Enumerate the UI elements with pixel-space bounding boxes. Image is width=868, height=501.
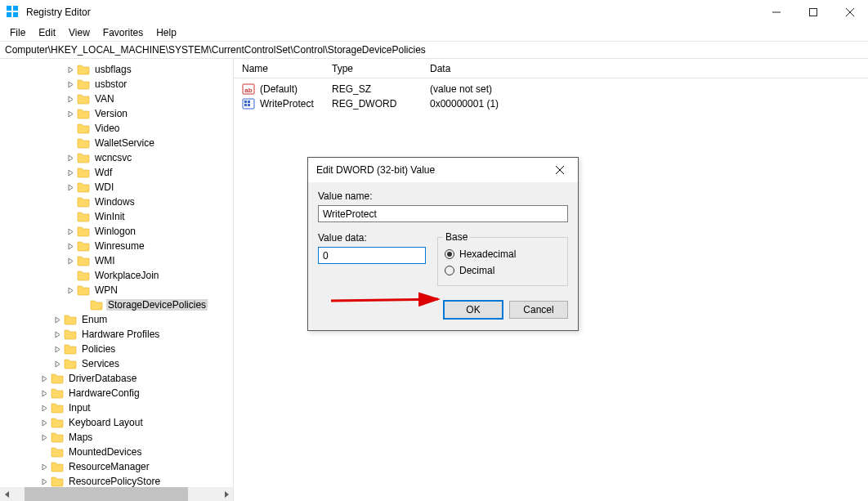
row-data: 0x00000001 (1) bbox=[430, 98, 868, 110]
tree-item[interactable]: ResourceManager bbox=[0, 459, 233, 474]
tree-item-label: ResourceManager bbox=[67, 461, 151, 472]
tree-item[interactable]: WDI bbox=[0, 180, 233, 195]
tree-item[interactable]: Windows bbox=[0, 195, 233, 209]
tree-item[interactable]: Enum bbox=[0, 312, 233, 327]
svg-rect-38 bbox=[248, 104, 250, 106]
scroll-right-icon[interactable] bbox=[219, 487, 233, 501]
tree-view[interactable]: usbflagsusbstorVANVersionVideoWalletServ… bbox=[0, 59, 233, 487]
tree-item[interactable]: Input bbox=[0, 400, 233, 415]
svg-marker-17 bbox=[69, 258, 73, 264]
folder-icon bbox=[51, 446, 64, 458]
tree-item[interactable]: wcncsvc bbox=[0, 150, 233, 165]
menu-view[interactable]: View bbox=[62, 25, 96, 40]
expander-icon[interactable] bbox=[65, 94, 75, 104]
menu-favorites[interactable]: Favorites bbox=[96, 25, 150, 40]
dialog-close-button[interactable] bbox=[547, 160, 573, 180]
tree-item[interactable]: Video bbox=[0, 121, 233, 136]
column-name[interactable]: Name bbox=[242, 63, 332, 74]
list-header[interactable]: Name Type Data bbox=[234, 59, 868, 78]
tree-item[interactable]: Version bbox=[0, 106, 233, 121]
tree-item[interactable]: Wdf bbox=[0, 165, 233, 180]
expander-icon[interactable] bbox=[65, 168, 75, 177]
column-data[interactable]: Data bbox=[430, 63, 868, 74]
value-data-input[interactable] bbox=[318, 247, 426, 264]
expander-icon[interactable] bbox=[39, 432, 49, 442]
expander-icon[interactable] bbox=[65, 285, 75, 295]
dialog-titlebar[interactable]: Edit DWORD (32-bit) Value bbox=[308, 158, 578, 182]
list-row[interactable]: ab(Default)REG_SZ(value not set) bbox=[242, 82, 868, 96]
tree-item[interactable]: Winlogon bbox=[0, 224, 233, 239]
menu-help[interactable]: Help bbox=[150, 25, 183, 40]
expander-icon[interactable] bbox=[65, 153, 75, 163]
expander-icon[interactable] bbox=[65, 109, 75, 119]
expander-icon[interactable] bbox=[39, 418, 49, 427]
folder-icon bbox=[51, 461, 64, 472]
radio-icon bbox=[445, 249, 454, 259]
svg-marker-8 bbox=[69, 67, 73, 73]
tree-item[interactable]: HardwareConfig bbox=[0, 386, 233, 400]
base-legend: Base bbox=[443, 231, 470, 243]
expander-icon[interactable] bbox=[65, 241, 75, 251]
expander-icon[interactable] bbox=[39, 403, 49, 413]
folder-icon bbox=[51, 476, 64, 487]
tree-horizontal-scrollbar[interactable] bbox=[0, 487, 233, 501]
expander-icon[interactable] bbox=[65, 65, 75, 74]
expander-icon[interactable] bbox=[52, 329, 62, 339]
tree-item[interactable]: Keyboard Layout bbox=[0, 415, 233, 430]
tree-item[interactable]: usbstor bbox=[0, 77, 233, 92]
close-button[interactable] bbox=[831, 0, 868, 25]
expander-icon[interactable] bbox=[39, 388, 49, 398]
scrollbar-thumb[interactable] bbox=[25, 487, 188, 501]
tree-item[interactable]: Hardware Profiles bbox=[0, 327, 233, 342]
tree-item[interactable]: Services bbox=[0, 356, 233, 371]
tree-item[interactable]: ResourcePolicyStore bbox=[0, 474, 233, 487]
tree-item[interactable]: WorkplaceJoin bbox=[0, 268, 233, 283]
tree-item[interactable]: WMI bbox=[0, 253, 233, 268]
list-rows[interactable]: ab(Default)REG_SZ(value not set)WritePro… bbox=[234, 78, 868, 111]
maximize-button[interactable] bbox=[794, 0, 831, 25]
tree-item[interactable]: WinInit bbox=[0, 209, 233, 224]
value-name-input[interactable] bbox=[318, 205, 568, 222]
tree-item[interactable]: DriverDatabase bbox=[0, 371, 233, 386]
folder-icon bbox=[51, 417, 64, 428]
expander-icon[interactable] bbox=[39, 462, 49, 472]
list-row[interactable]: WriteProtectREG_DWORD0x00000001 (1) bbox=[242, 96, 868, 111]
address-bar[interactable]: Computer\HKEY_LOCAL_MACHINE\SYSTEM\Curre… bbox=[0, 41, 868, 59]
expander-icon[interactable] bbox=[39, 374, 49, 383]
address-text: Computer\HKEY_LOCAL_MACHINE\SYSTEM\Curre… bbox=[5, 44, 426, 56]
svg-marker-9 bbox=[69, 82, 73, 87]
ok-button[interactable]: OK bbox=[444, 301, 503, 319]
svg-rect-37 bbox=[244, 104, 247, 106]
folder-icon bbox=[77, 284, 90, 296]
scroll-left-icon[interactable] bbox=[0, 487, 14, 501]
expander-icon[interactable] bbox=[52, 315, 62, 324]
cancel-button[interactable]: Cancel bbox=[509, 301, 568, 319]
window-title: Registry Editor bbox=[26, 7, 758, 18]
minimize-button[interactable] bbox=[758, 0, 794, 25]
tree-item[interactable]: MountedDevices bbox=[0, 445, 233, 459]
svg-rect-0 bbox=[7, 6, 11, 11]
expander-icon[interactable] bbox=[65, 256, 75, 266]
menu-edit[interactable]: Edit bbox=[32, 25, 62, 40]
radio-decimal[interactable]: Decimal bbox=[445, 262, 561, 279]
tree-item[interactable]: Maps bbox=[0, 430, 233, 445]
tree-item[interactable]: Policies bbox=[0, 342, 233, 356]
titlebar: Registry Editor bbox=[0, 0, 868, 25]
tree-item[interactable]: usbflags bbox=[0, 62, 233, 77]
menu-file[interactable]: File bbox=[3, 25, 32, 40]
radio-hexadecimal[interactable]: Hexadecimal bbox=[445, 246, 561, 262]
expander-icon[interactable] bbox=[39, 476, 49, 486]
tree-item[interactable]: VAN bbox=[0, 92, 233, 106]
tree-item-label: ResourcePolicyStore bbox=[67, 476, 162, 487]
edit-dword-dialog: Edit DWORD (32-bit) Value Value name: Va… bbox=[307, 157, 579, 331]
tree-item[interactable]: WPN bbox=[0, 283, 233, 297]
column-type[interactable]: Type bbox=[332, 63, 430, 74]
expander-icon[interactable] bbox=[52, 344, 62, 354]
expander-icon[interactable] bbox=[52, 359, 62, 369]
expander-icon[interactable] bbox=[65, 226, 75, 236]
expander-icon[interactable] bbox=[65, 182, 75, 192]
tree-item[interactable]: Winresume bbox=[0, 239, 233, 253]
tree-item[interactable]: StorageDevicePolicies bbox=[0, 297, 233, 312]
tree-item[interactable]: WalletService bbox=[0, 136, 233, 150]
expander-icon[interactable] bbox=[65, 79, 75, 89]
